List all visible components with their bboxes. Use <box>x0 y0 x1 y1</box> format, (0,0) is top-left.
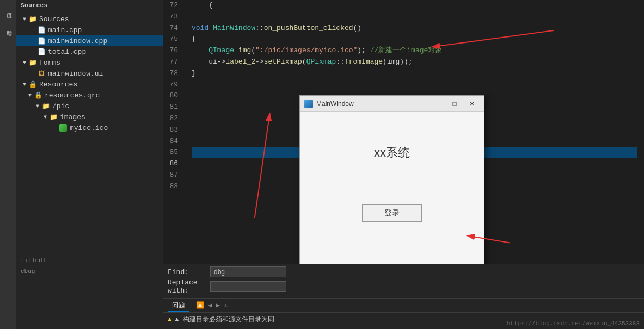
tree-item-resources[interactable]: ▼ 🔒 Resources <box>16 79 163 90</box>
tree-label-total-cpp: total.cpp <box>48 48 86 56</box>
expand-arrow-images: ▼ <box>41 114 49 120</box>
win-minimize-button[interactable]: ─ <box>430 98 445 110</box>
win-titlebar: MainWindow ─ □ ✕ <box>300 96 484 112</box>
win-system-title: xx系统 <box>374 145 410 161</box>
expand-arrow-forms: ▼ <box>21 60 28 66</box>
tree-label-myico: myico.ico <box>70 124 108 132</box>
tree-label-mainwindow-cpp: mainwindow.cpp <box>48 37 107 45</box>
win-content: xx系统 登录 <box>300 112 484 264</box>
tree-item-mainwindow-ui[interactable]: 🖼 mainwindow.ui <box>16 68 163 79</box>
tree-label-mainwindow-ui: mainwindow.ui <box>48 70 103 78</box>
tree-label-resources: Resources <box>39 80 77 89</box>
folder-icon-forms: 📁 <box>28 58 37 67</box>
code-line-77: ui->label_2->setPixmap(QPixmap::fromImag… <box>192 57 637 68</box>
cpp-icon-main: 📄 <box>37 26 46 34</box>
tree-item-mainwindow-cpp[interactable]: 📄 mainwindow.cpp <box>16 35 163 46</box>
ui-icon-mainwindow: 🖼 <box>37 69 46 78</box>
qrc-icon: 🔒 <box>34 91 42 100</box>
find-row: Find: <box>168 266 640 277</box>
win-login-button[interactable]: 登录 <box>362 204 422 222</box>
tree-label-sources: Sources <box>39 15 69 23</box>
file-tree: ▼ 📁 Sources 📄 main.cpp 📄 mainwindow.cpp … <box>16 11 163 329</box>
cpp-icon-mainwindow: 📄 <box>37 36 46 45</box>
img-icon-myico <box>59 123 68 132</box>
replace-input[interactable] <box>210 281 286 292</box>
code-line-79 <box>192 79 637 91</box>
tree-label-resources-qrc: resources.qrc <box>45 91 100 100</box>
tab-problems[interactable]: 问题 <box>168 300 189 312</box>
url-text: https://blog.csdn.net/weixin_44353383 <box>507 320 640 327</box>
tree-item-total-cpp[interactable]: 📄 total.cpp <box>16 46 163 57</box>
expand-arrow-pic: ▼ <box>34 103 41 109</box>
tree-item-sources[interactable]: ▼ 📁 Sources <box>16 14 163 24</box>
replace-label: Replace with: <box>168 278 206 295</box>
code-line-75: { <box>192 34 637 45</box>
folder-icon-resources: 🔒 <box>28 80 37 89</box>
code-line-76: QImage img(":/pic/images/myico.ico"); //… <box>192 45 637 57</box>
find-input[interactable] <box>210 266 286 277</box>
win-maximize-button[interactable]: □ <box>447 98 462 110</box>
problems-bar: 问题 🔼 ◀ ▶ ⚠ <box>163 299 644 313</box>
win-controls: ─ □ ✕ <box>430 98 480 110</box>
find-replace-panel: Find: Replace with: <box>163 264 644 299</box>
cpp-icon-total: 📄 <box>37 47 46 56</box>
expand-arrow-resources: ▼ <box>21 82 28 88</box>
tree-item-myico[interactable]: myico.ico <box>16 122 163 133</box>
tree-item-pic[interactable]: ▼ 📁 /pic <box>16 101 163 111</box>
win-close-button[interactable]: ✕ <box>464 98 480 110</box>
status-ebug: ebug <box>21 268 35 275</box>
bottom-bar: Find: Replace with: 问题 🔼 ◀ ▶ ⚠ ▲ ▲ 构建目录必… <box>163 264 644 329</box>
tree-item-resources-qrc[interactable]: ▼ 🔒 resources.qrc <box>16 90 163 101</box>
tree-item-forms[interactable]: ▼ 📁 Forms <box>16 57 163 68</box>
warning-text: ▲ 构建目录必须和源文件目录为同 <box>175 315 274 324</box>
win-title: MainWindow <box>304 100 354 108</box>
problems-tabs: 问题 🔼 ◀ ▶ ⚠ <box>168 300 228 312</box>
project-icon[interactable]: 项目 <box>2 2 15 15</box>
tree-item-main-cpp[interactable]: 📄 main.cpp <box>16 24 163 35</box>
tree-label-forms: Forms <box>39 59 60 67</box>
warning-icon: ▲ <box>168 316 171 324</box>
code-line-72: { <box>192 0 637 11</box>
folder-icon-sources: 📁 <box>28 15 37 23</box>
help-icon[interactable]: 帮助 <box>2 20 15 33</box>
status-titledl: titledl <box>21 257 46 264</box>
folder-icon-pic: 📁 <box>41 102 50 110</box>
code-line-73 <box>192 11 637 23</box>
tree-label-images: images <box>60 113 85 121</box>
code-editor[interactable]: 72 73 74 75 76 77 78 79 80 81 82 83 84 8… <box>163 0 644 264</box>
folder-icon-images: 📁 <box>49 113 58 121</box>
code-line-78: } <box>192 68 637 79</box>
tree-label-pic: /pic <box>52 102 69 110</box>
code-line-74: void MainWindow::on_pushButton_clicked() <box>192 23 637 34</box>
line-numbers: 72 73 74 75 76 77 78 79 80 81 82 83 84 8… <box>163 0 185 264</box>
sidebar-title: Sources <box>16 0 163 11</box>
replace-row: Replace with: <box>168 278 640 295</box>
tree-item-images[interactable]: ▼ 📁 images <box>16 111 163 122</box>
sidebar: Sources ▼ 📁 Sources 📄 main.cpp 📄 mainwin… <box>16 0 163 329</box>
expand-arrow-resources-qrc: ▼ <box>26 92 34 98</box>
activity-bar: 项目 帮助 <box>0 0 16 329</box>
expand-arrow-sources: ▼ <box>21 16 28 22</box>
tree-label-main-cpp: main.cpp <box>48 26 82 34</box>
tab-icons: 🔼 ◀ ▶ ⚠ <box>196 301 228 309</box>
floating-window: MainWindow ─ □ ✕ xx系统 登录 🐸 <box>299 95 484 264</box>
win-app-icon <box>304 100 313 108</box>
main-area: 72 73 74 75 76 77 78 79 80 81 82 83 84 8… <box>163 0 644 329</box>
find-label: Find: <box>168 268 206 276</box>
